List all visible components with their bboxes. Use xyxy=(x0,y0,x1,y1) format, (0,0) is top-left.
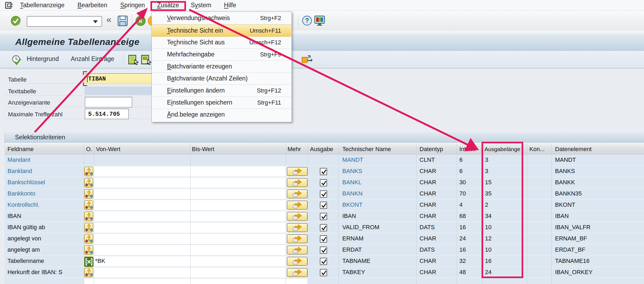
svg-text:«: « xyxy=(139,17,142,25)
svg-text:?: ? xyxy=(305,17,309,24)
